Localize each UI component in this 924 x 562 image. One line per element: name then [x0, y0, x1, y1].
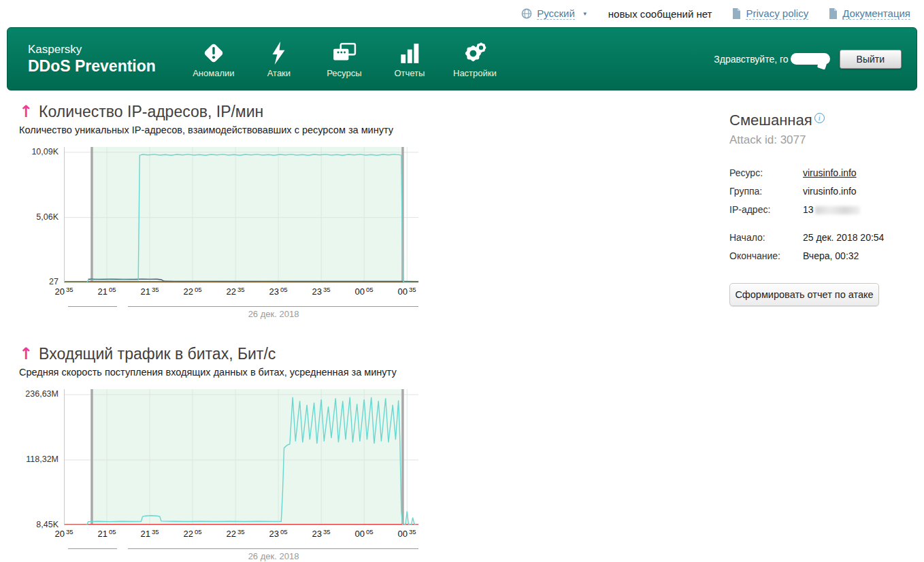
x-axis-tick: 2335 — [312, 285, 330, 297]
info-icon[interactable]: i — [814, 113, 825, 123]
language-selector[interactable]: Русский ▼ — [521, 7, 588, 20]
chart-plot[interactable] — [64, 389, 418, 528]
nav-label: Отчеты — [394, 68, 425, 78]
chevron-down-icon: ▼ — [582, 11, 588, 17]
y-axis-tick: 236,63M — [19, 389, 59, 399]
x-axis-tick: 2035 — [54, 527, 73, 540]
messages-status: новых сообщений нет — [608, 8, 712, 20]
date-axis-segment — [68, 548, 117, 549]
x-axis-tick: 2035 — [54, 285, 73, 297]
x-axis-tick: 0005 — [354, 285, 373, 297]
field-label: Ресурс: — [729, 167, 803, 178]
x-axis-tick: 2235 — [226, 285, 244, 297]
x-axis-tick: 0035 — [397, 527, 416, 540]
brand-line1: Kaspersky — [28, 42, 156, 56]
app-header: Kaspersky DDoS Prevention Аномалии Атаки — [7, 27, 917, 90]
x-axis-tick: 0035 — [397, 285, 416, 297]
generate-report-button[interactable]: Сформировать отчет по атаке — [729, 283, 879, 306]
ip-count-chart[interactable]: 10,09K5,06K27203521052135220522352305233… — [19, 142, 482, 320]
chart-subtitle: Количество уникальных IP-адресов, взаимо… — [19, 125, 482, 135]
field-value: virusinfo.info — [803, 186, 857, 197]
header-right: Здравствуйте, го Выйти — [714, 50, 902, 69]
nav-label: Настройки — [453, 68, 497, 78]
nav-item-anomalies[interactable]: Аномалии — [187, 39, 240, 78]
language-link[interactable]: Русский — [537, 7, 575, 20]
greeting-label: Здравствуйте, го — [714, 54, 788, 65]
redacted-ip — [815, 206, 860, 214]
field-value: Вчера, 00:32 — [803, 250, 859, 261]
field-label: IP-адрес: — [729, 204, 803, 215]
field-value: 13 — [803, 204, 860, 215]
brand-line2: DDoS Prevention — [28, 56, 156, 76]
x-axis-tick: 2235 — [226, 527, 244, 540]
x-axis-tick: 2105 — [97, 285, 116, 297]
field-label: Начало: — [729, 232, 803, 243]
brand-logo: Kaspersky DDoS Prevention — [28, 42, 156, 76]
chart-block-traffic: ↑ Входящий трафик в битах, Бит/с Средняя… — [19, 344, 482, 562]
privacy-policy-item[interactable]: Privacy policy — [732, 7, 808, 20]
documentation-link[interactable]: Документация — [842, 7, 910, 20]
chart-block-ip: ↑ Количество IP-адресов, IP/мин Количест… — [19, 102, 482, 320]
nav-label: Атаки — [267, 68, 291, 78]
nav-item-settings[interactable]: Настройки — [448, 39, 501, 78]
field-ip: IP-адрес: 13 — [729, 204, 900, 215]
y-axis-tick: 27 — [19, 277, 59, 286]
globe-icon — [521, 8, 532, 19]
date-axis-segment — [128, 306, 418, 307]
gears-icon — [463, 39, 487, 65]
field-start: Начало: 25 дек. 2018 20:54 — [729, 232, 900, 243]
attack-info-panel: Смешанная i Attack id: 3077 Ресурс: viru… — [729, 112, 900, 306]
nav-label: Аномалии — [193, 68, 234, 78]
x-axis-tick: 0005 — [354, 527, 373, 540]
lightning-icon — [267, 39, 291, 65]
privacy-policy-link[interactable]: Privacy policy — [746, 7, 808, 20]
field-group: Группа: virusinfo.info — [729, 186, 900, 197]
date-axis-label: 26 дек. 2018 — [248, 309, 299, 319]
main-nav: Аномалии Атаки Ресурсы — [187, 39, 501, 78]
document-icon — [732, 8, 741, 19]
field-value: 25 дек. 2018 20:54 — [803, 232, 884, 243]
nav-item-reports[interactable]: Отчеты — [383, 39, 436, 78]
attack-type-title: Смешанная — [729, 112, 812, 129]
field-end: Окончание: Вчера, 00:32 — [729, 250, 900, 261]
date-axis-segment — [68, 306, 117, 307]
field-label: Окончание: — [729, 250, 803, 261]
attack-id: Attack id: 3077 — [729, 133, 900, 147]
date-axis-label: 26 дек. 2018 — [248, 551, 299, 561]
trend-up-icon: ↑ — [19, 102, 33, 121]
x-axis-tick: 2305 — [269, 527, 287, 540]
bar-chart-icon — [397, 39, 422, 65]
attack-fields: Ресурс: virusinfo.info Группа: virusinfo… — [729, 167, 900, 261]
charts-column: ↑ Количество IP-адресов, IP/мин Количест… — [19, 102, 482, 562]
redacted-username — [791, 53, 830, 65]
chart-plot[interactable] — [64, 147, 418, 286]
x-axis-tick: 2135 — [140, 527, 159, 540]
x-axis-tick: 2205 — [183, 285, 201, 297]
x-axis-tick: 2205 — [183, 527, 201, 540]
windows-icon — [332, 39, 357, 65]
x-axis-tick: 2305 — [269, 285, 287, 297]
y-axis-tick: 5,06K — [19, 212, 59, 222]
content-area: ↑ Количество IP-адресов, IP/мин Количест… — [0, 102, 924, 562]
nav-item-resources[interactable]: Ресурсы — [318, 39, 371, 78]
y-axis-tick: 10,09K — [19, 147, 59, 156]
documentation-item[interactable]: Документация — [829, 7, 910, 20]
document-icon — [829, 8, 838, 19]
date-axis-segment — [128, 548, 418, 549]
x-axis-tick: 2105 — [97, 527, 116, 540]
chart-subtitle: Средняя скорость поступления входящих да… — [19, 367, 482, 378]
y-axis-tick: 8,45K — [19, 520, 59, 529]
ip-prefix: 13 — [803, 204, 814, 215]
traffic-chart[interactable]: 236,63M118,32M8,45K203521052135220522352… — [19, 384, 482, 562]
logout-button[interactable]: Выйти — [840, 50, 902, 69]
field-label: Группа: — [729, 186, 803, 197]
x-axis-tick: 2135 — [140, 285, 159, 297]
chart-title: Количество IP-адресов, IP/мин — [39, 103, 263, 121]
nav-item-attacks[interactable]: Атаки — [252, 39, 306, 78]
trend-up-icon: ↑ — [19, 344, 33, 363]
field-resource: Ресурс: virusinfo.info — [729, 167, 900, 178]
greeting-text: Здравствуйте, го — [714, 53, 829, 65]
top-utility-bar: Русский ▼ новых сообщений нет Privacy po… — [0, 0, 924, 27]
chart-title: Входящий трафик в битах, Бит/с — [39, 345, 276, 363]
resource-link[interactable]: virusinfo.info — [803, 167, 857, 178]
